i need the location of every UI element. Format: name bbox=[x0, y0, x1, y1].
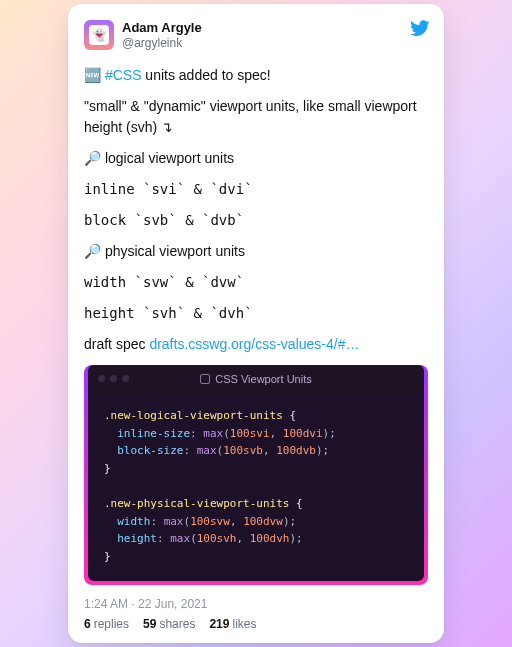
tweet-header: 👻 Adam Argyle @argyleink bbox=[84, 20, 428, 51]
code-card-title-text: CSS Viewport Units bbox=[215, 371, 311, 388]
hashtag-css[interactable]: #CSS bbox=[105, 67, 142, 83]
tweet-line: block `svb` & `dvb` bbox=[84, 210, 428, 231]
code-card-chrome: CSS Viewport Units bbox=[88, 365, 424, 393]
tweet-stats: 6replies 59shares 219likes bbox=[84, 617, 428, 631]
code-card: CSS Viewport Units .new-logical-viewport… bbox=[84, 365, 428, 585]
tweet-time: 1:24 AM bbox=[84, 597, 128, 611]
tweet-date: 22 Jun, 2021 bbox=[138, 597, 207, 611]
separator: · bbox=[128, 597, 138, 611]
new-emoji: 🆕 bbox=[84, 67, 101, 83]
tweet-line: 🆕 #CSS units added to spec! bbox=[84, 65, 428, 86]
replies-stat[interactable]: 6replies bbox=[84, 617, 129, 631]
tweet-line: inline `svi` & `dvi` bbox=[84, 179, 428, 200]
handle: @argyleink bbox=[122, 36, 202, 51]
window-icon bbox=[200, 374, 210, 384]
tweet-body: 🆕 #CSS units added to spec! "small" & "d… bbox=[84, 65, 428, 585]
twitter-icon bbox=[410, 18, 430, 38]
tweet-line: draft spec drafts.csswg.org/css-values-4… bbox=[84, 334, 428, 355]
code-card-body: .new-logical-viewport-units { inline-siz… bbox=[88, 393, 424, 581]
user-block[interactable]: Adam Argyle @argyleink bbox=[122, 20, 202, 51]
tweet-line: height `svh` & `dvh` bbox=[84, 303, 428, 324]
tweet-line: 🔎 logical viewport units bbox=[84, 148, 428, 169]
tweet-line: 🔎 physical viewport units bbox=[84, 241, 428, 262]
shares-stat[interactable]: 59shares bbox=[143, 617, 195, 631]
avatar-emoji: 👻 bbox=[89, 25, 109, 45]
avatar[interactable]: 👻 bbox=[84, 20, 114, 50]
code-card-title: CSS Viewport Units bbox=[88, 371, 424, 388]
tweet-line: "small" & "dynamic" viewport units, like… bbox=[84, 96, 428, 138]
display-name: Adam Argyle bbox=[122, 20, 202, 36]
tweet-meta: 1:24 AM · 22 Jun, 2021 bbox=[84, 597, 428, 611]
spec-link[interactable]: drafts.csswg.org/css-values-4/#… bbox=[149, 336, 359, 352]
tweet-card: 👻 Adam Argyle @argyleink 🆕 #CSS units ad… bbox=[68, 4, 444, 644]
tweet-line: width `svw` & `dvw` bbox=[84, 272, 428, 293]
likes-stat[interactable]: 219likes bbox=[209, 617, 256, 631]
text: units added to spec! bbox=[141, 67, 270, 83]
text: draft spec bbox=[84, 336, 149, 352]
